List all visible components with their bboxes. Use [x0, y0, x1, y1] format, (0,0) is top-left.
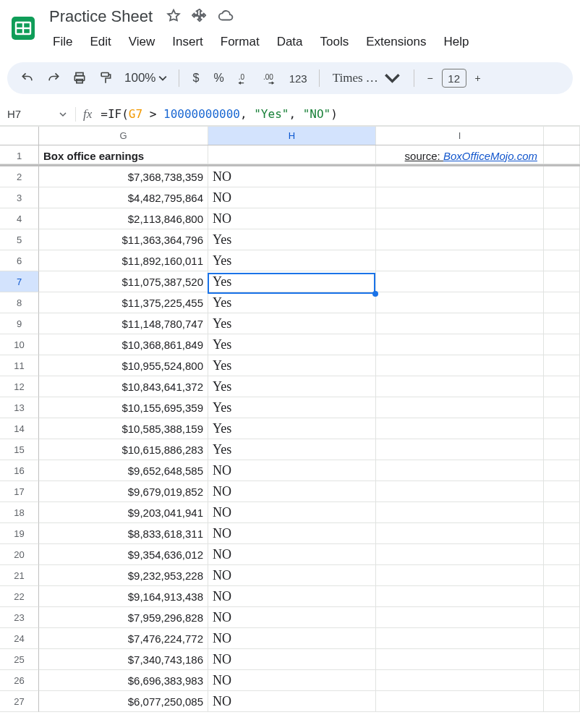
font-size-input[interactable]: 12 — [442, 69, 466, 88]
cell[interactable] — [544, 376, 580, 397]
cell[interactable] — [376, 208, 544, 229]
cell[interactable]: $6,077,250,085 — [39, 691, 208, 712]
row-header[interactable]: 21 — [0, 565, 39, 586]
cell[interactable]: source: BoxOfficeMojo.com — [376, 145, 544, 164]
row-header[interactable]: 4 — [0, 208, 39, 229]
column-header-overflow[interactable] — [544, 127, 580, 145]
row-header[interactable]: 2 — [0, 166, 39, 187]
increase-decimal-button[interactable]: .00 — [259, 67, 282, 90]
cell[interactable] — [376, 523, 544, 544]
cell[interactable] — [544, 502, 580, 523]
cell[interactable] — [544, 649, 580, 670]
cell[interactable] — [544, 586, 580, 607]
cell[interactable] — [376, 502, 544, 523]
menu-file[interactable]: File — [45, 30, 80, 54]
cell[interactable]: NO — [208, 670, 376, 691]
row-header[interactable]: 5 — [0, 229, 39, 250]
cell[interactable] — [544, 292, 580, 313]
cell[interactable]: NO — [208, 565, 376, 586]
cell[interactable] — [544, 691, 580, 712]
cell[interactable]: NO — [208, 187, 376, 208]
cell[interactable] — [544, 481, 580, 502]
cell[interactable] — [376, 292, 544, 313]
menu-view[interactable]: View — [121, 30, 163, 54]
cell[interactable] — [544, 418, 580, 439]
row-header[interactable]: 8 — [0, 292, 39, 313]
row-header[interactable]: 24 — [0, 628, 39, 649]
cell[interactable]: $7,476,224,772 — [39, 628, 208, 649]
cell[interactable]: NO — [208, 166, 376, 187]
cell[interactable]: Yes — [208, 292, 376, 313]
cell[interactable]: Yes — [208, 271, 376, 292]
row-header[interactable]: 16 — [0, 460, 39, 481]
cell[interactable]: $10,368,861,849 — [39, 334, 208, 355]
menu-format[interactable]: Format — [213, 30, 268, 54]
star-icon[interactable] — [166, 8, 182, 26]
cell[interactable]: $8,833,618,311 — [39, 523, 208, 544]
cell[interactable] — [544, 313, 580, 334]
cell[interactable] — [544, 397, 580, 418]
row-header[interactable]: 27 — [0, 691, 39, 712]
cell[interactable] — [376, 271, 544, 292]
cell[interactable]: Yes — [208, 334, 376, 355]
cell[interactable]: NO — [208, 208, 376, 229]
cell[interactable]: NO — [208, 481, 376, 502]
print-button[interactable] — [68, 67, 91, 90]
row-header[interactable]: 10 — [0, 334, 39, 355]
source-link[interactable]: BoxOfficeMojo.com — [443, 150, 537, 162]
cell[interactable] — [376, 628, 544, 649]
cell[interactable] — [376, 397, 544, 418]
menu-edit[interactable]: Edit — [82, 30, 119, 54]
cell[interactable]: $4,482,795,864 — [39, 187, 208, 208]
cell[interactable] — [544, 565, 580, 586]
cell[interactable]: NO — [208, 544, 376, 565]
cell[interactable] — [544, 523, 580, 544]
cell[interactable]: Yes — [208, 355, 376, 376]
format-percent-button[interactable]: % — [208, 72, 229, 85]
cell[interactable]: NO — [208, 607, 376, 628]
cell[interactable] — [376, 334, 544, 355]
cell[interactable]: $9,232,953,228 — [39, 565, 208, 586]
cell[interactable] — [544, 250, 580, 271]
cell[interactable] — [544, 229, 580, 250]
cell[interactable]: NO — [208, 523, 376, 544]
cell[interactable]: $10,955,524,800 — [39, 355, 208, 376]
cell[interactable]: NO — [208, 502, 376, 523]
font-size-decrease[interactable]: − — [422, 67, 439, 90]
cell[interactable]: $9,652,648,585 — [39, 460, 208, 481]
cell[interactable]: $7,959,296,828 — [39, 607, 208, 628]
cell[interactable] — [544, 271, 580, 292]
cell[interactable]: Yes — [208, 439, 376, 460]
row-header[interactable]: 25 — [0, 649, 39, 670]
row-header[interactable]: 14 — [0, 418, 39, 439]
cell[interactable]: $9,203,041,941 — [39, 502, 208, 523]
cell[interactable]: $9,354,636,012 — [39, 544, 208, 565]
column-header-g[interactable]: G — [39, 127, 208, 145]
row-header[interactable]: 6 — [0, 250, 39, 271]
select-all-corner[interactable] — [0, 127, 39, 145]
row-header[interactable]: 7 — [0, 271, 39, 292]
cell[interactable]: Yes — [208, 313, 376, 334]
zoom-select[interactable]: 100% — [120, 71, 171, 85]
spreadsheet-grid[interactable]: G H I 1 Box office earnings source: BoxO… — [0, 126, 580, 712]
cloud-status-icon[interactable] — [218, 8, 234, 26]
row-header[interactable]: 12 — [0, 376, 39, 397]
menu-data[interactable]: Data — [269, 30, 311, 54]
menu-insert[interactable]: Insert — [164, 30, 211, 54]
row-header[interactable]: 9 — [0, 313, 39, 334]
row-header[interactable]: 20 — [0, 544, 39, 565]
cell[interactable]: Yes — [208, 397, 376, 418]
row-header[interactable]: 17 — [0, 481, 39, 502]
cell[interactable] — [376, 187, 544, 208]
row-header[interactable]: 22 — [0, 586, 39, 607]
row-header[interactable]: 23 — [0, 607, 39, 628]
cell[interactable] — [376, 418, 544, 439]
font-size-increase[interactable]: + — [469, 67, 487, 90]
cell[interactable]: NO — [208, 628, 376, 649]
cell[interactable] — [376, 565, 544, 586]
cell[interactable] — [376, 607, 544, 628]
cell[interactable] — [376, 460, 544, 481]
cell[interactable] — [544, 145, 580, 164]
cell[interactable] — [376, 670, 544, 691]
cell[interactable] — [544, 460, 580, 481]
